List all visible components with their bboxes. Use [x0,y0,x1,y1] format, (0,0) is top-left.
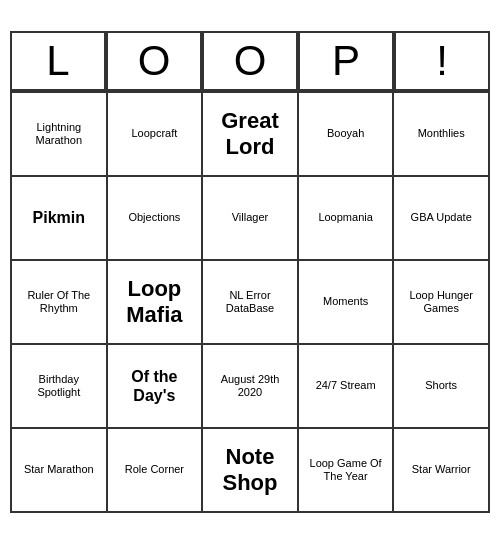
cell-3-3: 24/7 Stream [299,345,395,429]
cell-4-3: Loop Game Of The Year [299,429,395,513]
bingo-grid: Lightning MarathonLoopcraftGreat LordBoo… [10,91,490,513]
header-letter-0: L [10,31,106,91]
cell-2-2: NL Error DataBase [203,261,299,345]
cell-3-4: Shorts [394,345,490,429]
cell-1-2: Villager [203,177,299,261]
bingo-header: LOOP! [10,31,490,91]
cell-1-1: Objections [108,177,204,261]
cell-0-3: Booyah [299,93,395,177]
cell-3-1: Of the Day's [108,345,204,429]
cell-0-0: Lightning Marathon [12,93,108,177]
cell-3-2: August 29th 2020 [203,345,299,429]
cell-2-1: Loop Mafia [108,261,204,345]
cell-4-0: Star Marathon [12,429,108,513]
cell-1-0: Pikmin [12,177,108,261]
header-letter-4: ! [394,31,490,91]
cell-4-2: Note Shop [203,429,299,513]
cell-0-1: Loopcraft [108,93,204,177]
cell-1-4: GBA Update [394,177,490,261]
cell-2-3: Moments [299,261,395,345]
cell-3-0: Birthday Spotlight [12,345,108,429]
cell-1-3: Loopmania [299,177,395,261]
bingo-card: LOOP! Lightning MarathonLoopcraftGreat L… [10,31,490,513]
header-letter-1: O [106,31,202,91]
cell-4-1: Role Corner [108,429,204,513]
cell-2-4: Loop Hunger Games [394,261,490,345]
header-letter-3: P [298,31,394,91]
cell-4-4: Star Warrior [394,429,490,513]
cell-0-2: Great Lord [203,93,299,177]
cell-0-4: Monthlies [394,93,490,177]
header-letter-2: O [202,31,298,91]
cell-2-0: Ruler Of The Rhythm [12,261,108,345]
